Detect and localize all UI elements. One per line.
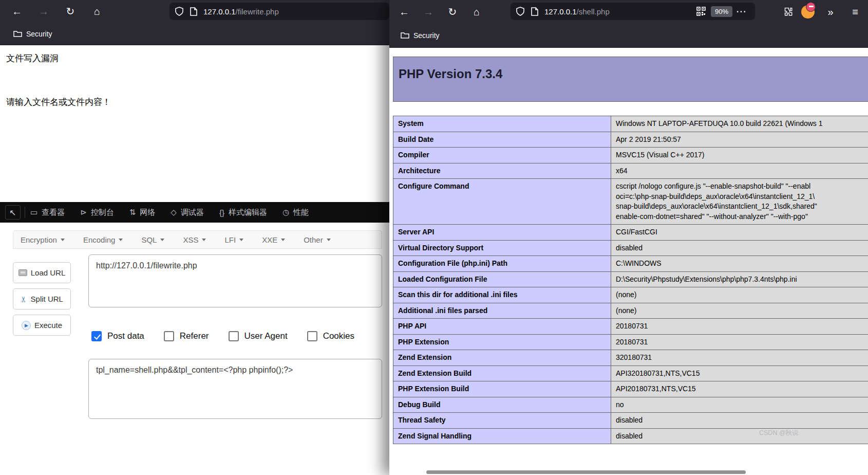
phpinfo-value-cell: no <box>611 397 868 413</box>
phpinfo-value-cell: cscript /nologo configure.js "--enable-s… <box>611 178 868 225</box>
reload-icon[interactable]: ↻ <box>444 3 461 21</box>
phpinfo-value-cell: 320180731 <box>611 350 868 366</box>
phpinfo-row: PHP Extension Build API20180731,NTS,VC15 <box>393 381 868 397</box>
page-actions-icon[interactable]: ⋯ <box>732 3 750 20</box>
split-url-button[interactable]: ✂ Split URL <box>13 288 71 309</box>
hackbar-menu-label: SQL <box>141 235 157 244</box>
forward-icon[interactable]: → <box>35 3 52 20</box>
zoom-level-badge[interactable]: 90% <box>711 6 732 17</box>
load-url-button[interactable]: Load URL <box>13 262 71 283</box>
devtools-tab-icon: ⊳ <box>80 208 87 217</box>
menu-hamburger-icon[interactable]: ≡ <box>846 3 864 21</box>
devtools-tab[interactable]: {} 样式编辑器 <box>219 208 267 217</box>
home-icon[interactable]: ⌂ <box>88 3 106 20</box>
shield-icon[interactable] <box>175 7 184 16</box>
url-host: 127.0.0.1 <box>203 7 236 16</box>
caret-down-icon <box>239 239 243 241</box>
hackbar-menu-item[interactable]: SQL <box>141 235 164 244</box>
play-icon: ▶ <box>22 321 31 330</box>
phpinfo-value-cell: (none) <box>611 303 868 319</box>
shield-icon[interactable] <box>516 7 525 16</box>
page-info-icon[interactable] <box>530 7 539 16</box>
hackbar-menu-item[interactable]: Encryption <box>21 235 65 244</box>
devtools-tab[interactable]: ◷ 性能 <box>282 208 309 217</box>
extensions-puzzle-icon[interactable] <box>783 6 794 17</box>
hackbar-menu-label: XSS <box>183 235 198 244</box>
bookmark-folder-security[interactable]: Security <box>9 28 56 40</box>
load-url-label: Load URL <box>31 268 66 277</box>
phpinfo-value-cell: (none) <box>611 287 868 303</box>
bookmark-folder-security[interactable]: Security <box>397 29 444 42</box>
hackbar-menu-item[interactable]: XSS <box>183 235 206 244</box>
hackbar-menu-item[interactable]: Encoding <box>83 235 123 244</box>
phpinfo-key-cell: System <box>393 116 611 132</box>
phpinfo-value-cell: 20180731 <box>611 318 868 335</box>
horizontal-scrollbar-thumb[interactable] <box>426 470 746 474</box>
phpinfo-key-cell: PHP Extension Build <box>393 381 611 397</box>
scissors-icon: ✂ <box>19 296 28 302</box>
url-input[interactable]: http://127.0.0.1/filewrite.php <box>88 254 382 307</box>
devtools-tabs: ▭ 查看器 ⊳ 控制台 ⇅ 网络 ◇ 调试器 <box>30 208 309 217</box>
phpinfo-key-cell: Architecture <box>393 163 611 179</box>
qr-code-icon[interactable] <box>696 7 706 16</box>
checkbox-group[interactable]: User Agent <box>229 331 288 341</box>
phpinfo-key-cell: Server API <box>393 224 611 241</box>
phpinfo-page: PHP Version 7.3.4 System Windows NT LAPT… <box>389 48 868 475</box>
back-icon[interactable]: ← <box>395 3 413 21</box>
devtools-tab[interactable]: ⊳ 控制台 <box>80 208 114 217</box>
devtools-tab[interactable]: ⇅ 网络 <box>129 208 156 217</box>
forward-icon[interactable]: → <box>420 3 437 21</box>
address-bar[interactable]: 127.0.0.1/shell.php 90% ⋯ <box>511 3 755 20</box>
phpinfo-row: PHP Extension 20180731 <box>393 334 868 351</box>
pick-element-icon[interactable]: ↖ <box>5 205 21 220</box>
checkbox-group[interactable]: Post data <box>91 331 144 341</box>
hackbar-menu-item[interactable]: XXE <box>262 235 285 244</box>
devtools-tab-icon: ◇ <box>171 208 177 217</box>
post-data-input[interactable]: tpl_name=shell.php&&tpl_content=<?php ph… <box>88 359 382 419</box>
home-icon[interactable]: ⌂ <box>468 3 485 21</box>
checkbox[interactable] <box>229 331 239 341</box>
checkbox[interactable] <box>307 331 317 341</box>
devtools-tab-label: 查看器 <box>42 208 65 217</box>
checkbox[interactable] <box>164 331 174 341</box>
phpinfo-value-cell: Apr 2 2019 21:50:57 <box>611 132 868 148</box>
hackbar-menu-label: Other <box>304 235 323 244</box>
reload-icon[interactable]: ↻ <box>62 3 79 20</box>
phpinfo-row: Zend Extension 320180731 <box>393 350 868 366</box>
execute-button[interactable]: ▶ Execute <box>13 315 71 336</box>
phpinfo-row: Virtual Directory Support disabled <box>393 240 868 257</box>
phpinfo-row: PHP API 20180731 <box>393 318 868 335</box>
phpinfo-table: System Windows NT LAPTOP-AFETDUQA 10.0 b… <box>393 116 868 444</box>
phpinfo-key-cell: PHP API <box>393 318 611 335</box>
back-icon[interactable]: ← <box>8 3 26 20</box>
phpinfo-title: PHP Version 7.3.4 <box>399 67 502 81</box>
extension-avatar-icon[interactable] <box>801 5 815 19</box>
hackbar-menu-label: Encoding <box>83 235 116 244</box>
devtools-tab-label: 样式编辑器 <box>229 208 267 217</box>
url-text[interactable]: 127.0.0.1/shell.php <box>544 7 610 16</box>
phpinfo-row: System Windows NT LAPTOP-AFETDUQA 10.0 b… <box>393 116 868 132</box>
checkbox-group[interactable]: Referer <box>164 331 209 341</box>
devtools-tab-icon: ◷ <box>282 208 289 217</box>
phpinfo-value-cell: Windows NT LAPTOP-AFETDUQA 10.0 build 22… <box>611 116 868 132</box>
devtools-tab-icon: {} <box>219 208 224 217</box>
address-bar[interactable]: 127.0.0.1/filewrite.php <box>169 3 389 20</box>
hackbar-menu-item[interactable]: LFI <box>224 235 243 244</box>
hackbar-menu-label: LFI <box>224 235 236 244</box>
checkbox-label: Post data <box>107 331 144 341</box>
devtools-tab-label: 调试器 <box>181 208 204 217</box>
right-bookmarks-bar: Security <box>389 24 868 48</box>
phpinfo-row: Thread Safety disabled <box>393 412 868 429</box>
page-info-icon[interactable] <box>189 7 198 16</box>
phpinfo-value-cell: disabled <box>611 412 868 429</box>
checkbox[interactable] <box>91 331 102 341</box>
devtools-tab[interactable]: ▭ 查看器 <box>30 208 65 217</box>
overflow-chevron-icon[interactable]: » <box>822 3 839 21</box>
right-browser-window: ← → ↻ ⌂ 127.0.0.1/shell.php 90% ⋯ <box>389 0 868 475</box>
phpinfo-key-cell: Compiler <box>393 147 611 163</box>
checkbox-group[interactable]: Cookies <box>307 331 354 341</box>
hackbar-menu-item[interactable]: Other <box>304 235 331 244</box>
url-text[interactable]: 127.0.0.1/filewrite.php <box>203 7 279 16</box>
devtools-tab[interactable]: ◇ 调试器 <box>171 208 204 217</box>
phpinfo-value-cell: API20180731,NTS,VC15 <box>611 381 868 397</box>
